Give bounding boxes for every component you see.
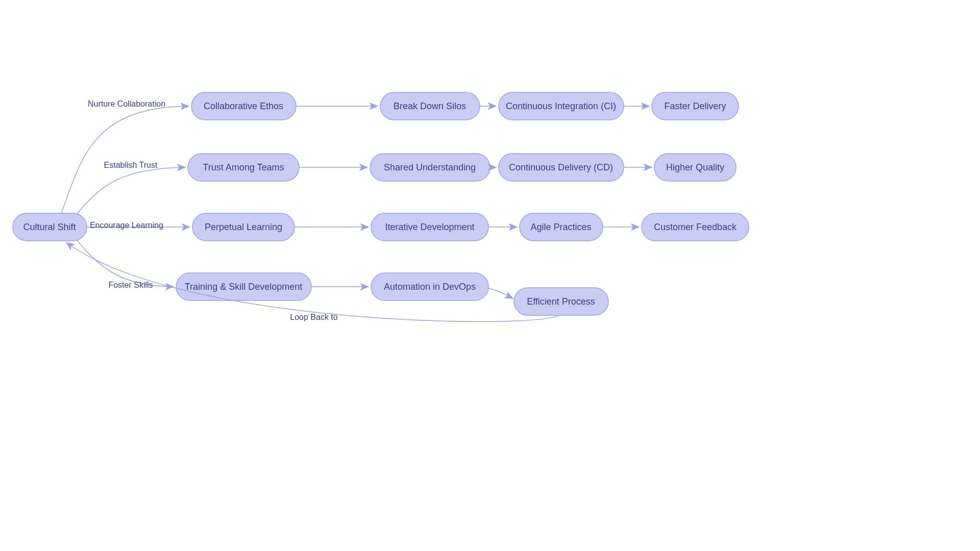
- node-faster-delivery: Faster Delivery: [652, 92, 739, 120]
- node-customer-feedback: Customer Feedback: [642, 213, 749, 241]
- svg-text:Higher Quality: Higher Quality: [666, 162, 724, 172]
- node-trust-among-teams: Trust Among Teams: [188, 154, 299, 181]
- svg-text:Nurture Collaboration: Nurture Collaboration: [88, 99, 165, 108]
- flowchart-diagram: Cultural Shift Collaborative Ethos Trust…: [0, 0, 980, 551]
- edge-r4-2: [488, 288, 513, 298]
- svg-text:Cultural Shift: Cultural Shift: [23, 222, 76, 232]
- svg-text:Iterative Development: Iterative Development: [385, 222, 474, 232]
- node-shared-understanding: Shared Understanding: [370, 154, 490, 181]
- svg-text:Continuous Integration (CI): Continuous Integration (CI): [506, 101, 616, 111]
- svg-text:Automation in DevOps: Automation in DevOps: [384, 282, 476, 292]
- node-iterative-development: Iterative Development: [371, 213, 488, 241]
- node-agile-practices: Agile Practices: [520, 213, 603, 241]
- svg-text:Perpetual Learning: Perpetual Learning: [205, 222, 282, 232]
- node-cultural-shift: Cultural Shift: [13, 213, 87, 241]
- node-training-skill: Training & Skill Development: [176, 273, 311, 300]
- node-efficient-process: Efficient Process: [514, 288, 608, 315]
- node-break-down-silos: Break Down Silos: [380, 92, 480, 120]
- edge-foster-skills: [77, 240, 174, 287]
- svg-text:Training & Skill Development: Training & Skill Development: [185, 282, 302, 292]
- svg-text:Establish Trust: Establish Trust: [104, 161, 158, 169]
- svg-text:Continuous Delivery (CD): Continuous Delivery (CD): [509, 162, 613, 172]
- node-automation-devops: Automation in DevOps: [371, 273, 488, 300]
- node-collaborative-ethos: Collaborative Ethos: [191, 92, 296, 120]
- node-perpetual-learning: Perpetual Learning: [192, 213, 295, 241]
- svg-text:Customer Feedback: Customer Feedback: [654, 222, 737, 232]
- svg-text:Collaborative Ethos: Collaborative Ethos: [204, 101, 283, 111]
- svg-text:Break Down Silos: Break Down Silos: [394, 101, 466, 111]
- svg-text:Foster Skills: Foster Skills: [108, 281, 153, 289]
- node-continuous-delivery: Continuous Delivery (CD): [499, 154, 624, 181]
- svg-text:Shared Understanding: Shared Understanding: [384, 162, 476, 172]
- svg-text:Agile Practices: Agile Practices: [530, 222, 591, 232]
- edge-nurture-collaboration: [61, 106, 189, 213]
- svg-text:Encourage Learning: Encourage Learning: [90, 221, 163, 230]
- svg-text:Loop Back to: Loop Back to: [290, 313, 338, 321]
- edge-establish-trust: [77, 167, 185, 214]
- svg-text:Trust Among Teams: Trust Among Teams: [203, 162, 284, 172]
- node-continuous-integration: Continuous Integration (CI): [499, 92, 624, 120]
- node-higher-quality: Higher Quality: [654, 154, 736, 181]
- svg-text:Efficient Process: Efficient Process: [527, 296, 595, 307]
- svg-text:Faster Delivery: Faster Delivery: [664, 101, 726, 111]
